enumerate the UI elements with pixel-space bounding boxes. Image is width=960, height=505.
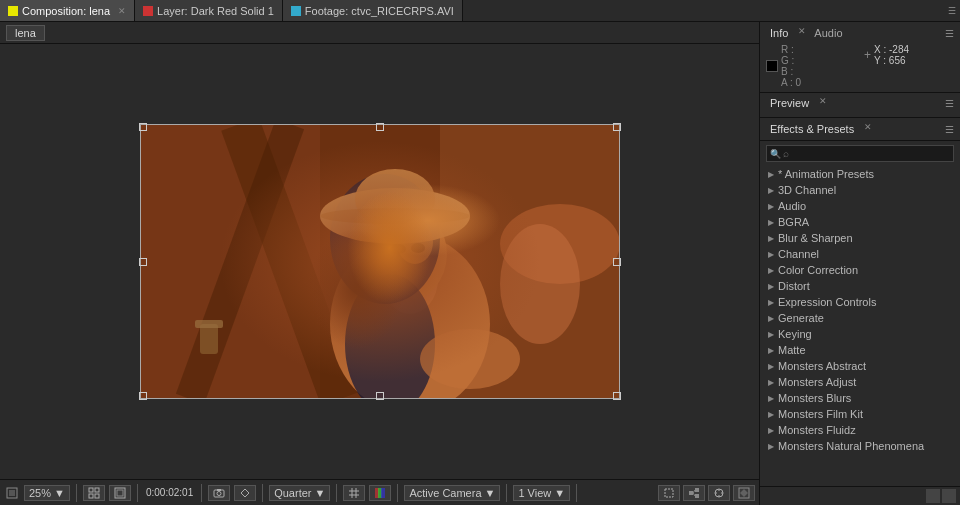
timecode-value: 0:00:02:01 bbox=[146, 487, 193, 498]
effect-item-matte[interactable]: ▶Matte bbox=[760, 342, 960, 358]
info-menu-button[interactable]: ☰ bbox=[945, 28, 954, 39]
snap-button[interactable] bbox=[234, 485, 256, 501]
effect-item-monsters-fluidz[interactable]: ▶Monsters Fluidz bbox=[760, 422, 960, 438]
handle-top-left[interactable] bbox=[139, 123, 147, 131]
effect-item-3d-channel[interactable]: ▶3D Channel bbox=[760, 182, 960, 198]
tab-comp-close[interactable]: ✕ bbox=[118, 6, 126, 16]
effects-menu-button[interactable]: ☰ bbox=[945, 124, 954, 135]
a-label: A : 0 bbox=[781, 77, 801, 88]
effect-label-keying: Keying bbox=[778, 328, 812, 340]
effect-item-color-correction[interactable]: ▶Color Correction bbox=[760, 262, 960, 278]
transparency-grid-button[interactable] bbox=[733, 485, 755, 501]
zoom-dropdown[interactable]: 25% ▼ bbox=[24, 485, 70, 501]
tab-audio[interactable]: Audio bbox=[810, 26, 846, 40]
safe-zones-icon bbox=[114, 487, 126, 499]
view-dropdown[interactable]: 1 View ▼ bbox=[513, 485, 570, 501]
svg-rect-28 bbox=[117, 490, 123, 496]
effect-arrow-monsters-natural-phenomena: ▶ bbox=[768, 442, 774, 451]
divider-7 bbox=[506, 484, 507, 502]
svg-point-11 bbox=[345, 274, 435, 399]
effect-item-audio[interactable]: ▶Audio bbox=[760, 198, 960, 214]
svg-point-20 bbox=[420, 329, 520, 389]
exposure-icon bbox=[713, 487, 725, 499]
effect-label-monsters-natural-phenomena: Monsters Natural Phenomena bbox=[778, 440, 924, 452]
effect-item-bgra[interactable]: ▶BGRA bbox=[760, 214, 960, 230]
comp-flowchart-button[interactable] bbox=[683, 485, 705, 501]
preview-tabs: Preview ✕ bbox=[766, 96, 827, 110]
composition-panel: lena bbox=[0, 22, 760, 505]
handle-mid-right[interactable] bbox=[613, 258, 621, 266]
reset-exposure-button[interactable] bbox=[708, 485, 730, 501]
effects-search-input[interactable] bbox=[766, 145, 954, 162]
effects-new-folder-icon[interactable] bbox=[926, 489, 940, 503]
effect-item-blur-sharpen[interactable]: ▶Blur & Sharpen bbox=[760, 230, 960, 246]
handle-top-mid[interactable] bbox=[376, 123, 384, 131]
effect-item-monsters-abstract[interactable]: ▶Monsters Abstract bbox=[760, 358, 960, 374]
effect-item-distort[interactable]: ▶Distort bbox=[760, 278, 960, 294]
tab-preview[interactable]: Preview bbox=[766, 96, 813, 110]
handle-bottom-left[interactable] bbox=[139, 392, 147, 400]
quality-value: Quarter bbox=[274, 487, 311, 499]
svg-point-7 bbox=[330, 234, 490, 399]
effect-label-blur-sharpen: Blur & Sharpen bbox=[778, 232, 853, 244]
preview-panel: Preview ✕ ☰ bbox=[760, 93, 960, 118]
tab-effects-close[interactable]: ✕ bbox=[864, 122, 872, 136]
handle-bottom-right[interactable] bbox=[613, 392, 621, 400]
effect-label-audio: Audio bbox=[778, 200, 806, 212]
effect-arrow-audio: ▶ bbox=[768, 202, 774, 211]
camera-button[interactable] bbox=[208, 485, 230, 501]
timecode-display: 0:00:02:01 bbox=[144, 487, 195, 498]
effect-item-channel[interactable]: ▶Channel bbox=[760, 246, 960, 262]
transparency-icon bbox=[738, 487, 750, 499]
effect-arrow-monsters-adjust: ▶ bbox=[768, 378, 774, 387]
grid-icon bbox=[348, 487, 360, 499]
effect-item-generate[interactable]: ▶Generate bbox=[760, 310, 960, 326]
info-b-row: B : bbox=[781, 66, 801, 77]
effect-label-monsters-adjust: Monsters Adjust bbox=[778, 376, 856, 388]
g-label: G : bbox=[781, 55, 795, 66]
effect-item-monsters-film-kit[interactable]: ▶Monsters Film Kit bbox=[760, 406, 960, 422]
safe-zones-button[interactable] bbox=[109, 485, 131, 501]
effect-item-monsters-blurs[interactable]: ▶Monsters Blurs bbox=[760, 390, 960, 406]
tab-preview-close[interactable]: ✕ bbox=[819, 96, 827, 110]
svg-point-9 bbox=[363, 206, 447, 302]
effect-arrow-bgra: ▶ bbox=[768, 218, 774, 227]
tab-comp-label: Composition: lena bbox=[22, 5, 110, 17]
handle-top-right[interactable] bbox=[613, 123, 621, 131]
frame-svg bbox=[6, 487, 18, 499]
tab-effects[interactable]: Effects & Presets bbox=[766, 122, 858, 136]
tab-info-close[interactable]: ✕ bbox=[798, 26, 806, 40]
svg-rect-1 bbox=[140, 124, 320, 399]
active-camera-dropdown[interactable]: Active Camera ▼ bbox=[404, 485, 500, 501]
main-area: lena bbox=[0, 22, 960, 505]
quality-dropdown[interactable]: Quarter ▼ bbox=[269, 485, 330, 501]
svg-point-6 bbox=[500, 224, 580, 344]
fit-button[interactable] bbox=[83, 485, 105, 501]
info-panel: Info ✕ Audio ☰ R : G : bbox=[760, 22, 960, 93]
tab-layer[interactable]: Layer: Dark Red Solid 1 bbox=[135, 0, 283, 21]
tab-composition[interactable]: Composition: lena ✕ bbox=[0, 0, 135, 21]
channels-button[interactable] bbox=[369, 485, 391, 501]
tab-bar-menu[interactable]: ☰ bbox=[948, 6, 956, 16]
preview-menu-button[interactable]: ☰ bbox=[945, 98, 954, 109]
grid-button[interactable] bbox=[343, 485, 365, 501]
effect-item-keying[interactable]: ▶Keying bbox=[760, 326, 960, 342]
svg-point-13 bbox=[355, 169, 435, 229]
effect-item-monsters-natural-phenomena[interactable]: ▶Monsters Natural Phenomena bbox=[760, 438, 960, 454]
search-container: 🔍 bbox=[766, 145, 954, 162]
flowchart-icon bbox=[688, 487, 700, 499]
effect-item-animation-presets[interactable]: ▶* Animation Presets bbox=[760, 166, 960, 182]
tab-info[interactable]: Info bbox=[766, 26, 792, 40]
snap-icon bbox=[239, 487, 251, 499]
effect-item-expression-controls[interactable]: ▶Expression Controls bbox=[760, 294, 960, 310]
tab-footage[interactable]: Footage: ctvc_RICECRPS.AVI bbox=[283, 0, 463, 21]
effect-arrow-3d-channel: ▶ bbox=[768, 186, 774, 195]
region-button[interactable] bbox=[658, 485, 680, 501]
zoom-arrow: ▼ bbox=[54, 487, 65, 499]
handle-mid-left[interactable] bbox=[139, 258, 147, 266]
effects-save-preset-icon[interactable] bbox=[942, 489, 956, 503]
handle-bottom-mid[interactable] bbox=[376, 392, 384, 400]
effect-item-monsters-adjust[interactable]: ▶Monsters Adjust bbox=[760, 374, 960, 390]
effect-arrow-monsters-blurs: ▶ bbox=[768, 394, 774, 403]
preview-panel-header: Preview ✕ ☰ bbox=[766, 96, 954, 110]
